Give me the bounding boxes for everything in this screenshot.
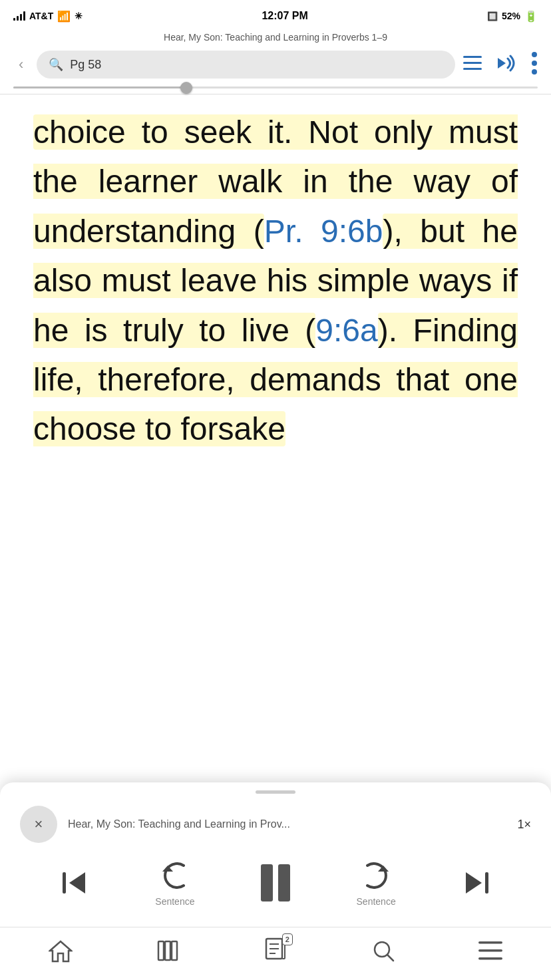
sheet-drag-handle[interactable] xyxy=(256,790,295,794)
svg-rect-11 xyxy=(485,872,488,894)
svg-marker-12 xyxy=(466,872,482,894)
svg-rect-2 xyxy=(463,68,482,70)
audio-player-sheet: × Hear, My Son: Teaching and Learning in… xyxy=(0,782,551,927)
svg-point-6 xyxy=(532,69,537,75)
battery-icon: 🔋 xyxy=(524,10,538,23)
svg-line-23 xyxy=(387,955,393,961)
audio-controls: Sentence Sentence xyxy=(20,859,531,907)
svg-marker-8 xyxy=(69,872,85,894)
reading-area: choice to seek it. Not only must the lea… xyxy=(0,94,551,468)
back-button[interactable]: ‹ xyxy=(13,53,29,76)
notebook-badge: 2 xyxy=(282,933,293,945)
svg-rect-24 xyxy=(478,941,502,944)
page-search-bar[interactable]: 🔍 Pg 58 xyxy=(37,51,455,79)
nav-home[interactable] xyxy=(7,939,114,963)
pause-button[interactable] xyxy=(261,864,290,901)
svg-rect-7 xyxy=(63,872,66,894)
svg-marker-3 xyxy=(498,58,506,69)
toolbar: ‹ 🔍 Pg 58 xyxy=(0,45,551,84)
signal-bars-icon xyxy=(13,11,25,21)
bottom-navigation: 2 xyxy=(0,927,551,980)
rewind-sentence-label: Sentence xyxy=(155,896,194,907)
svg-marker-13 xyxy=(50,941,71,961)
playback-speed-button[interactable]: 1× xyxy=(517,818,531,832)
scripture-link-1[interactable]: Pr. 9:6b xyxy=(264,214,383,249)
svg-rect-26 xyxy=(478,957,502,960)
reading-text: choice to seek it. Not only must the lea… xyxy=(33,108,518,454)
book-title-text: Hear, My Son: Teaching and Learning in P… xyxy=(164,32,387,43)
status-right: 🔲 52% 🔋 xyxy=(487,10,538,23)
sim-icon: 🔲 xyxy=(487,11,498,21)
skip-forward-button[interactable] xyxy=(462,868,491,898)
svg-point-5 xyxy=(532,61,537,66)
progress-bar-container[interactable] xyxy=(0,84,551,94)
svg-point-4 xyxy=(532,52,537,57)
toolbar-icons xyxy=(463,51,538,78)
progress-thumb[interactable] xyxy=(180,82,192,94)
nav-search[interactable] xyxy=(329,939,437,963)
time-display: 12:07 PM xyxy=(262,10,307,22)
pause-icon xyxy=(261,864,290,901)
close-audio-button[interactable]: × xyxy=(20,806,57,843)
battery-percent: 52% xyxy=(502,11,520,21)
rewind-sentence-button[interactable]: Sentence xyxy=(155,859,194,907)
notebook-badge-container: 2 xyxy=(264,937,287,964)
more-button[interactable] xyxy=(531,51,538,78)
svg-rect-16 xyxy=(172,941,177,960)
sync-icon: ✳ xyxy=(75,11,83,21)
forward-sentence-button[interactable]: Sentence xyxy=(357,859,396,907)
nav-menu[interactable] xyxy=(437,941,544,960)
audio-header: × Hear, My Son: Teaching and Learning in… xyxy=(20,806,531,843)
audio-button[interactable] xyxy=(495,54,518,75)
menu-lines-button[interactable] xyxy=(463,56,482,73)
svg-rect-25 xyxy=(478,949,502,952)
progress-fill xyxy=(13,86,186,88)
wifi-icon: 📶 xyxy=(57,10,71,23)
nav-notebook[interactable]: 2 xyxy=(222,937,329,964)
carrier-label: AT&T xyxy=(29,11,53,21)
page-number-display: Pg 58 xyxy=(70,58,101,72)
audio-book-title: Hear, My Son: Teaching and Learning in P… xyxy=(68,818,506,830)
svg-rect-1 xyxy=(463,62,482,64)
svg-rect-15 xyxy=(165,941,170,960)
svg-rect-14 xyxy=(158,941,164,960)
forward-sentence-label: Sentence xyxy=(357,896,396,907)
progress-track[interactable] xyxy=(13,86,538,88)
search-icon: 🔍 xyxy=(49,57,63,72)
book-title-bar: Hear, My Son: Teaching and Learning in P… xyxy=(0,29,551,45)
scripture-link-2[interactable]: 9:6a xyxy=(315,313,377,348)
skip-back-button[interactable] xyxy=(60,868,89,898)
status-left: AT&T 📶 ✳ xyxy=(13,10,83,23)
svg-rect-0 xyxy=(463,56,482,58)
nav-library[interactable] xyxy=(114,939,222,963)
status-bar: AT&T 📶 ✳ 12:07 PM 🔲 52% 🔋 xyxy=(0,0,551,29)
